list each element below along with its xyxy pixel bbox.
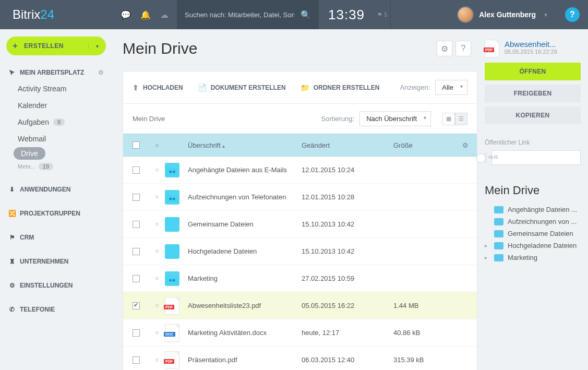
table-row[interactable]: ≡Angehängte Dateien aus E-Mails12.01.201… [123, 157, 477, 184]
svg-point-3 [173, 197, 175, 200]
nav-section[interactable]: ♜UNTERNEHMEN [6, 254, 106, 269]
row-checkbox[interactable] [133, 329, 140, 337]
folder-icon [494, 254, 503, 261]
col-name[interactable]: Überschrift [188, 141, 302, 149]
table-settings-icon[interactable]: ⚙ [454, 141, 477, 149]
row-checkbox[interactable] [133, 221, 140, 228]
table-row[interactable]: ≡Hochgeladene Dateien15.10.2013 10:42 [123, 238, 477, 265]
sidebar-item[interactable]: Webmail [6, 130, 106, 147]
table-row[interactable]: ≡Aufzeichnungen von Telefonaten12.01.201… [123, 184, 477, 211]
drag-handle[interactable]: ≡ [149, 356, 165, 364]
filter-select[interactable]: Alle [435, 80, 467, 95]
row-checkbox[interactable] [133, 302, 140, 309]
nav-section[interactable]: ⬇ANWENDUNGEN [6, 182, 106, 197]
open-button[interactable]: ÖFFNEN [485, 63, 581, 80]
doc-icon: DOC [165, 324, 179, 342]
cloud-icon[interactable]: ☁ [160, 10, 169, 20]
row-checkbox[interactable] [133, 194, 140, 201]
search-box[interactable]: 🔍 [177, 0, 318, 29]
help-button[interactable]: ? [565, 7, 580, 22]
pdf-icon: PDF [485, 40, 499, 57]
public-link-toggle-row: AUS [485, 150, 581, 165]
help-icon-button[interactable]: ? [455, 41, 471, 56]
file-modified: 12.01.2015 10:24 [302, 166, 393, 174]
drag-handle[interactable]: ≡ [149, 329, 165, 337]
row-checkbox[interactable] [133, 275, 140, 282]
row-checkbox[interactable] [133, 356, 140, 364]
tree-item[interactable]: ▸Marketing [485, 252, 581, 264]
nav-more[interactable]: Mehr... 19 [6, 160, 106, 173]
chat-icon[interactable]: 💬 [121, 10, 131, 20]
table-row[interactable]: ≡Marketing27.02.2015 10:59 [123, 265, 477, 292]
public-link-input[interactable] [491, 150, 581, 165]
settings-button[interactable]: ⚙ [437, 41, 452, 56]
nav-section-label: TELEFONIE [20, 306, 55, 313]
search-input[interactable] [185, 11, 294, 19]
nav-head-label: MEIN ARBEITSPLATZ [20, 69, 84, 76]
left-sidebar: + ERSTELLEN ▾ MEIN ARBEITSPLATZ ⚙ Activi… [0, 29, 112, 370]
nav-section[interactable]: ⚙EINSTELLUNGEN [6, 278, 106, 293]
flag-count[interactable]: ⚑ 5 [374, 11, 390, 18]
folder-icon: 📁 [301, 83, 309, 92]
upload-icon: ⬆ [133, 83, 139, 92]
view-grid-button[interactable]: ▦ [442, 113, 455, 125]
row-checkbox[interactable] [133, 166, 140, 174]
sidebar-item-drive[interactable]: Drive [14, 147, 45, 160]
drag-handle[interactable]: ≡ [149, 274, 165, 282]
tree-label: Angehängte Dateien ... [508, 206, 577, 213]
table-row[interactable]: ≡DOCMarketing Aktivitäten.docxheute, 12:… [123, 319, 477, 347]
sidebar-item[interactable]: Aufgaben9 [6, 114, 106, 130]
table-row[interactable]: ≡PDFAbwesenheitsliste23.pdf05.05.2015 16… [123, 292, 477, 319]
nav-head-workspace[interactable]: MEIN ARBEITSPLATZ ⚙ [6, 65, 106, 80]
divider [390, 0, 391, 29]
user-menu[interactable]: Alex Guttenberg ▼ [449, 6, 557, 23]
breadcrumb[interactable]: Mein Drive [133, 115, 165, 123]
drag-handle[interactable]: ≡ [149, 247, 165, 255]
file-modified: 15.10.2013 10:42 [302, 220, 393, 228]
logo[interactable]: Bitrix24 [0, 7, 112, 22]
sidebar-item[interactable]: Activity Stream [6, 80, 106, 97]
bell-icon[interactable]: 🔔 [140, 10, 151, 20]
drag-handle[interactable]: ≡ [149, 302, 165, 309]
share-button[interactable]: FREIGEBEN [485, 85, 581, 102]
upload-button[interactable]: ⬆HOCHLADEN [133, 83, 183, 92]
folder-icon [165, 244, 179, 259]
tree-item[interactable]: Aufzeichnungen von ... [485, 216, 581, 228]
chevron-down-icon: ▼ [543, 12, 548, 18]
gear-icon[interactable]: ⚙ [98, 69, 104, 76]
drag-handle[interactable]: ≡ [149, 220, 165, 228]
select-all-checkbox[interactable] [133, 141, 140, 149]
public-link-label: Öffentlicher Link [485, 139, 581, 146]
table-row[interactable]: ≡Gemeinsame Dateien15.10.2013 10:42 [123, 211, 477, 238]
new-document-button[interactable]: 📄DOKUMENT ERSTELLEN [198, 83, 286, 92]
sort-select[interactable]: Nach Überschrift [359, 111, 431, 126]
create-button[interactable]: + ERSTELLEN ▾ [6, 37, 106, 55]
drag-handle[interactable]: ≡ [149, 166, 165, 174]
details-sidebar: PDF Abwesenheit... 05.05.2015 16:22:29 Ö… [477, 40, 588, 370]
new-folder-button[interactable]: 📁ORDNER ERSTELLEN [301, 83, 380, 92]
file-size: 40.86 kB [393, 329, 454, 337]
clock[interactable]: 13:39 [319, 7, 374, 23]
public-link-switch[interactable]: AUS [485, 152, 487, 163]
sidebar-item[interactable]: Kalender [6, 97, 106, 114]
title-bar: Mein Drive ⚙ ? [123, 40, 477, 57]
chevron-down-icon[interactable]: ▾ [88, 43, 106, 49]
nav-section[interactable]: ✆TELEFONIE [6, 302, 106, 317]
col-size[interactable]: Größe [393, 141, 454, 149]
expand-icon[interactable]: ▸ [485, 255, 490, 260]
table-row[interactable]: ≡PDFPräsentation.pdf06.03.2015 12:40315.… [123, 347, 477, 370]
drag-handle[interactable]: ≡ [149, 193, 165, 201]
file-modified: 05.05.2015 16:22 [302, 302, 393, 309]
tree-item[interactable]: ▸Hochgeladene Dateien [485, 240, 581, 252]
search-icon[interactable]: 🔍 [301, 10, 311, 20]
file-name-link[interactable]: Abwesenheit... [505, 40, 557, 49]
expand-icon[interactable]: ▸ [485, 243, 490, 248]
view-list-button[interactable]: ☰ [455, 113, 467, 125]
tree-item[interactable]: Gemeinsame Dateien [485, 228, 581, 240]
tree-item[interactable]: Angehängte Dateien ... [485, 204, 581, 216]
copy-button[interactable]: KOPIEREN [485, 106, 581, 124]
nav-section[interactable]: ⚑CRM [6, 230, 106, 245]
row-checkbox[interactable] [133, 248, 140, 255]
nav-section[interactable]: 🔀PROJEKTGRUPPEN [6, 206, 106, 221]
col-modified[interactable]: Geändert [302, 141, 393, 149]
